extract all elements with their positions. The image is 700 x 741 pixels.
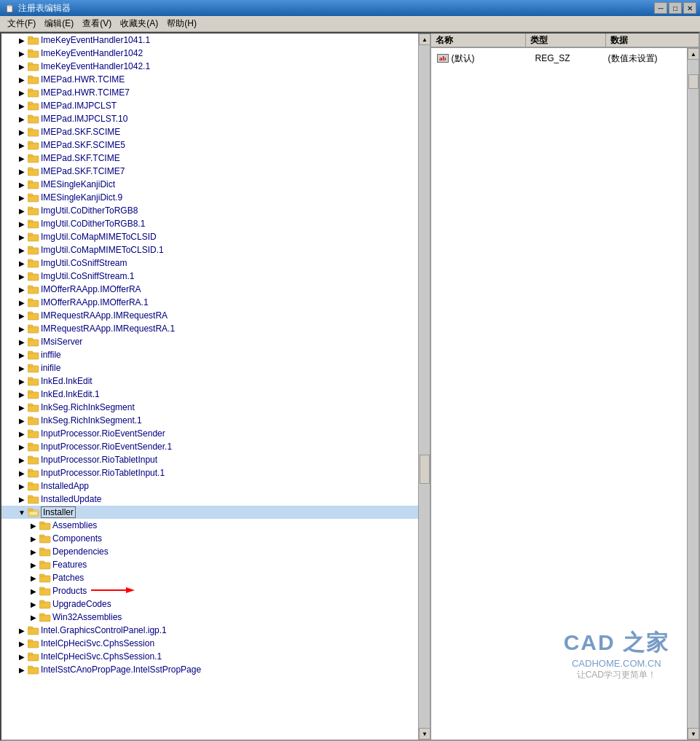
expand-icon[interactable]: ▶	[16, 218, 28, 230]
expand-icon[interactable]: ▶	[16, 205, 28, 216]
tree-item-imrequestRAApp-1[interactable]: ▶ IMRequestRAApp.IMRequestRA.1	[1, 322, 418, 335]
expand-icon[interactable]: ▶	[16, 428, 28, 439]
tree-item-imgutil-comapMIMEtoCLSID-1[interactable]: ▶ ImgUtil.CoMapMIMEToCLSID.1	[1, 243, 418, 256]
vertical-scrollbar[interactable]: ▲ ▼	[418, 34, 430, 740]
tree-item-products[interactable]: ▶ Products	[1, 584, 418, 597]
tree-item-imepad-skf-tcime[interactable]: ▶ IMEPad.SKF.TCIME	[1, 152, 418, 165]
tree-item-imrequestRAApp[interactable]: ▶ IMRequestRAApp.IMRequestRA	[1, 309, 418, 322]
expand-icon[interactable]: ▶	[28, 611, 39, 623]
expand-icon[interactable]: ▶	[16, 493, 28, 505]
expand-icon[interactable]: ▶	[28, 572, 39, 584]
expand-icon[interactable]: ▶	[28, 520, 39, 531]
tree-item-imgutil-coditherRGB8[interactable]: ▶ ImgUtil.CoDitherToRGB8	[1, 204, 418, 217]
tree-item-inputprocessor-rioeventsender[interactable]: ▶ InputProcessor.RioEventSender	[1, 427, 418, 440]
expand-icon[interactable]: ▶	[16, 323, 28, 334]
menu-edit[interactable]: 编辑(E)	[40, 16, 78, 31]
expand-icon[interactable]: ▶	[28, 598, 39, 610]
expand-icon[interactable]: ▶	[16, 244, 28, 256]
tree-item-inked-inkedit[interactable]: ▶ InkEd.InkEdit	[1, 375, 418, 388]
tree-item-imgutil-coditherRGB8-1[interactable]: ▶ ImgUtil.CoDitherToRGB8.1	[1, 217, 418, 230]
tree-item-imekey1042-1[interactable]: ▶ ImeKeyEventHandler1042.1	[1, 60, 418, 73]
tree-item-installedUpdate[interactable]: ▶ InstalledUpdate	[1, 493, 418, 506]
right-scroll-up-button[interactable]: ▲	[688, 48, 699, 60]
scroll-track[interactable]	[419, 45, 430, 728]
tree-item-imepad-imjpclst[interactable]: ▶ IMEPad.IMJPCLST	[1, 99, 418, 112]
tree-item-imgutil-comapMIMEtoCLSID[interactable]: ▶ ImgUtil.CoMapMIMEToCLSID	[1, 230, 418, 243]
expand-icon[interactable]: ▶	[28, 559, 39, 571]
tree-item-dependencies[interactable]: ▶ Dependencies	[1, 545, 418, 558]
tree-item-imekey1041[interactable]: ▶ ImeKeyEventHandler1041.1	[1, 34, 418, 47]
tree-pane[interactable]: ▶ ImeKeyEventHandler1041.1 ▶ ImeKeyEvent…	[1, 34, 418, 740]
minimize-button[interactable]: ─	[654, 2, 667, 14]
tree-item-imesinglekanjidict[interactable]: ▶ IMESingleKanjiDict	[1, 178, 418, 191]
expand-icon[interactable]: ▶	[16, 87, 28, 98]
tree-item-imekey1042[interactable]: ▶ ImeKeyEventHandler1042	[1, 47, 418, 60]
expand-icon[interactable]: ▶	[16, 467, 28, 479]
scroll-thumb[interactable]	[420, 455, 430, 484]
tree-item-intel-graphics[interactable]: ▶ Intel.GraphicsControlPanel.igp.1	[1, 624, 418, 637]
expand-icon[interactable]: ▶	[16, 336, 28, 348]
right-scroll-down-button[interactable]: ▼	[688, 728, 699, 740]
expand-icon[interactable]: ▶	[16, 388, 28, 400]
right-scroll-thumb[interactable]	[688, 74, 699, 89]
tree-item-imesinglekanjidict9[interactable]: ▶ IMESingleKanjiDict.9	[1, 191, 418, 204]
tree-item-imgutil-cosniffstream[interactable]: ▶ ImgUtil.CoSniffStream	[1, 256, 418, 270]
tree-item-imepad-hwr-tcime[interactable]: ▶ IMEPad.HWR.TCIME	[1, 73, 418, 86]
expand-icon[interactable]: ▶	[16, 638, 28, 649]
scroll-down-button[interactable]: ▼	[419, 728, 430, 740]
maximize-button[interactable]: □	[669, 2, 682, 14]
tree-item-inifile[interactable]: ▶ inifile	[1, 361, 418, 375]
expand-icon[interactable]: ▶	[16, 375, 28, 387]
expand-icon[interactable]: ▶	[16, 152, 28, 164]
expand-icon[interactable]: ▶	[16, 60, 28, 72]
tree-item-imepad-skf-scime5[interactable]: ▶ IMEPad.SKF.SCIME5	[1, 138, 418, 152]
tree-item-inffile[interactable]: ▶ inffile	[1, 348, 418, 361]
menu-file[interactable]: 文件(F)	[3, 16, 40, 31]
expand-icon[interactable]: ▶	[16, 165, 28, 177]
tree-item-inked-inkedit-1[interactable]: ▶ InkEd.InkEdit.1	[1, 388, 418, 401]
tree-item-inputprocessor-rioeventsender-1[interactable]: ▶ InputProcessor.RioEventSender.1	[1, 440, 418, 453]
expand-icon[interactable]: ▶	[16, 100, 28, 111]
tree-item-imepad-hwr-tcime7[interactable]: ▶ IMEPad.HWR.TCIME7	[1, 86, 418, 99]
expand-icon[interactable]: ▶	[16, 74, 28, 85]
expand-icon[interactable]: ▶	[28, 546, 39, 557]
tree-item-intelcphecisvc-1[interactable]: ▶ IntelCpHeciSvc.CphsSession.1	[1, 650, 418, 663]
menu-view[interactable]: 查看(V)	[78, 16, 116, 31]
tree-item-installedApp[interactable]: ▶ InstalledApp	[1, 479, 418, 493]
expand-icon[interactable]: ▶	[16, 231, 28, 243]
tree-item-imsiserver[interactable]: ▶ IMsiServer	[1, 335, 418, 348]
expand-icon[interactable]: ▶	[16, 297, 28, 308]
expand-icon[interactable]: ▶	[16, 664, 28, 675]
expand-icon[interactable]: ▶	[16, 283, 28, 295]
tree-item-imepad-skf-scime[interactable]: ▶ IMEPad.SKF.SCIME	[1, 125, 418, 138]
expand-icon[interactable]: ▶	[16, 441, 28, 452]
tree-item-inputprocessor-riotabletinput-1[interactable]: ▶ InputProcessor.RioTabletInput.1	[1, 466, 418, 479]
tree-item-win32assemblies[interactable]: ▶ Win32Assemblies	[1, 611, 418, 624]
expand-icon[interactable]: ▶	[16, 362, 28, 374]
tree-item-imgutil-cosniffstream-1[interactable]: ▶ ImgUtil.CoSniffStream.1	[1, 270, 418, 283]
tree-item-inputprocessor-riotabletinput[interactable]: ▶ InputProcessor.RioTabletInput	[1, 453, 418, 466]
window-controls[interactable]: ─ □ ✕	[654, 2, 696, 14]
close-button[interactable]: ✕	[683, 2, 696, 14]
tree-item-imepad-imjpclst10[interactable]: ▶ IMEPad.IMJPCLST.10	[1, 112, 418, 125]
tree-item-imepad-skf-tcime7[interactable]: ▶ IMEPad.SKF.TCIME7	[1, 165, 418, 178]
expand-icon[interactable]: ▶	[16, 454, 28, 466]
tree-item-intelcphecisvc[interactable]: ▶ IntelCpHeciSvc.CphsSession	[1, 637, 418, 650]
expand-icon[interactable]: ▶	[28, 585, 39, 597]
expand-icon[interactable]: ▶	[16, 270, 28, 282]
scroll-up-button[interactable]: ▲	[419, 34, 430, 45]
expand-icon[interactable]: ▶	[16, 34, 28, 46]
tree-item-assemblies[interactable]: ▶ Assemblies	[1, 519, 418, 532]
expand-icon[interactable]: ▶	[16, 415, 28, 426]
registry-entry-default[interactable]: ab (默认) REG_SZ (数值未设置)	[434, 51, 696, 66]
expand-icon[interactable]: ▼	[16, 506, 28, 518]
expand-icon[interactable]: ▶	[16, 47, 28, 59]
tree-item-inkseg-richInkSegment-1[interactable]: ▶ InkSeg.RichInkSegment.1	[1, 414, 418, 427]
tree-item-installer[interactable]: ▼ Installer	[1, 506, 418, 519]
expand-icon[interactable]: ▶	[16, 310, 28, 321]
expand-icon[interactable]: ▶	[16, 480, 28, 492]
tree-item-imofferraapp[interactable]: ▶ IMOfferRAApp.IMOfferRA	[1, 283, 418, 296]
tree-item-upgradecodes[interactable]: ▶ UpgradeCodes	[1, 597, 418, 611]
tree-item-imofferraapp-1[interactable]: ▶ IMOfferRAApp.IMOfferRA.1	[1, 296, 418, 309]
tree-item-patches[interactable]: ▶ Patches	[1, 571, 418, 584]
